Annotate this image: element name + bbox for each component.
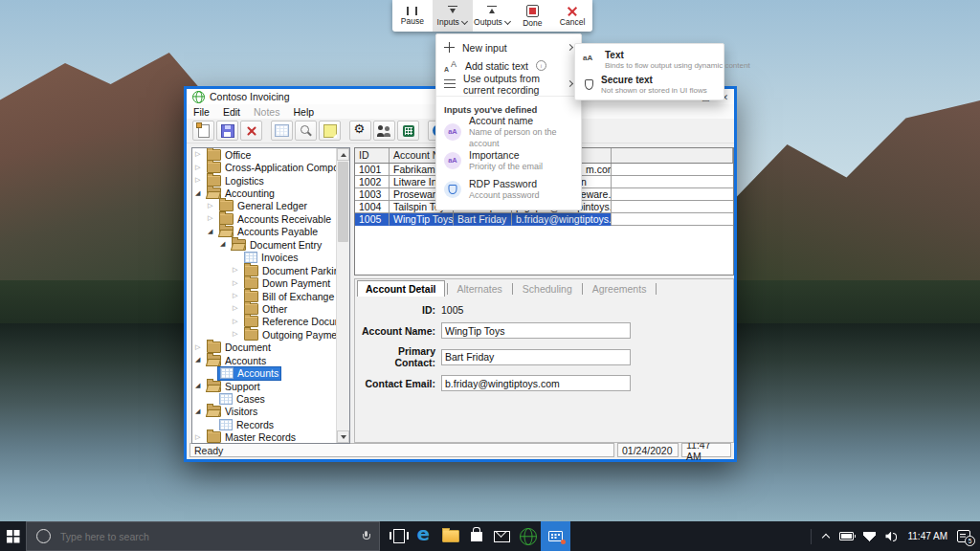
battery-icon[interactable]: [839, 532, 854, 540]
collapse-arrow-icon[interactable]: ▷: [233, 305, 242, 312]
globe-taskbar-button[interactable]: [515, 521, 541, 551]
settings-button[interactable]: [349, 121, 371, 141]
collapse-arrow-icon[interactable]: ▷: [233, 293, 242, 299]
scroll-up-icon[interactable]: [337, 148, 349, 161]
tree-item-other[interactable]: ▷Other: [192, 302, 336, 315]
tree-item-logistics[interactable]: ▷Logistics: [192, 174, 336, 187]
recorder-taskbar-button[interactable]: [541, 521, 570, 551]
tree-item-accounts[interactable]: ◢Accounts: [192, 354, 336, 366]
store-taskbar-button[interactable]: [463, 521, 489, 551]
menu-help[interactable]: Help: [286, 106, 321, 118]
tree-item-master-records[interactable]: ▷Master Records: [192, 431, 336, 443]
collapse-arrow-icon[interactable]: ▷: [208, 203, 217, 209]
tree-item-document-parking[interactable]: ▷Document Parking: [192, 264, 336, 276]
collapse-arrow-icon[interactable]: ▷: [195, 165, 205, 171]
table-button[interactable]: [271, 121, 293, 141]
tree-item-accounts[interactable]: Accounts: [192, 366, 336, 379]
tree-item-accounts-payable[interactable]: ◢Accounts Payable: [192, 226, 336, 238]
defined-input-importance[interactable]: ImportancePriority of the email: [436, 146, 581, 175]
collapse-arrow-icon[interactable]: ▷: [233, 280, 242, 287]
scroll-down-icon[interactable]: [337, 430, 349, 443]
column-header-4[interactable]: [612, 148, 733, 163]
collapse-arrow-icon[interactable]: ▷: [208, 215, 217, 222]
tree-item-reference-documents[interactable]: ▷Reference Documents: [192, 316, 336, 328]
collapse-arrow-icon[interactable]: ▷: [195, 151, 205, 158]
tree-item-cross-application-components[interactable]: ▷Cross-Application Components: [192, 161, 336, 173]
tree-item-records[interactable]: Records: [192, 418, 336, 430]
search-button[interactable]: [295, 121, 317, 141]
expand-arrow-icon[interactable]: ◢: [195, 357, 205, 364]
tree-item-support[interactable]: ◢Support: [192, 380, 336, 392]
tab-scheduling[interactable]: Scheduling: [515, 281, 580, 297]
tree-item-label: Cross-Application Components: [225, 162, 336, 173]
column-header-id[interactable]: ID: [355, 148, 390, 163]
collapse-arrow-icon[interactable]: ▷: [233, 331, 242, 338]
wifi-icon[interactable]: [863, 532, 876, 541]
inputs-button[interactable]: Inputs: [433, 0, 473, 32]
tree-item-content: Invoices: [242, 252, 301, 264]
delete-button[interactable]: [240, 121, 262, 141]
task-view-taskbar-button[interactable]: [386, 521, 412, 551]
defined-input-rdp-password[interactable]: RDP PasswordAccount password: [436, 175, 581, 204]
notes-button[interactable]: [319, 121, 341, 141]
collapse-arrow-icon[interactable]: ▷: [195, 344, 205, 351]
taskbar-search[interactable]: [26, 521, 380, 551]
tab-alternates[interactable]: Alternates: [450, 281, 510, 297]
expand-arrow-icon[interactable]: ◢: [220, 241, 230, 248]
tree-item-visitors[interactable]: ◢Visitors: [192, 406, 336, 418]
menu-edit[interactable]: Edit: [216, 106, 247, 118]
tree-item-document-entry[interactable]: ◢Document Entry: [192, 238, 336, 251]
table-row[interactable]: 1005WingTip ToysBart Fridayb.friday@wing…: [355, 213, 733, 226]
tree-item-cases[interactable]: Cases: [192, 392, 336, 405]
edge-taskbar-button[interactable]: [412, 521, 437, 551]
pause-button[interactable]: Pause: [392, 0, 433, 32]
explorer-taskbar-button[interactable]: [437, 521, 463, 551]
defined-input-account-name[interactable]: Account nameName of person on the accoun…: [436, 118, 581, 146]
tray-clock[interactable]: 11:47 AM: [907, 531, 947, 541]
mail-taskbar-button[interactable]: [489, 521, 515, 551]
tree-item-down-payment[interactable]: ▷Down Payment: [192, 276, 336, 289]
contact-email-input[interactable]: [441, 375, 631, 391]
button-label-text: Outputs: [474, 18, 502, 27]
submenu-item-text[interactable]: TextBinds to flow output using dynamic c…: [575, 47, 724, 72]
volume-icon[interactable]: [885, 532, 898, 541]
collapse-arrow-icon[interactable]: ▷: [233, 267, 242, 274]
search-input[interactable]: [58, 530, 354, 543]
submenu-item-secure-text[interactable]: Secure textNot shown or stored in UI flo…: [575, 72, 724, 97]
tree-item-general-ledger[interactable]: ▷General Ledger: [192, 200, 336, 212]
menu-file[interactable]: File: [187, 106, 216, 118]
tree-item-bill-of-exchange[interactable]: ▷Bill of Exchange: [192, 290, 336, 302]
collapse-arrow-icon[interactable]: ▷: [195, 434, 205, 441]
tab-agreements[interactable]: Agreements: [585, 281, 655, 297]
tab-account-detail[interactable]: Account Detail: [357, 280, 445, 297]
primary-contact-input[interactable]: [441, 349, 631, 365]
collapse-arrow-icon[interactable]: ▷: [195, 177, 205, 184]
outputs-button[interactable]: Outputs: [473, 0, 513, 32]
tree-item-outgoing-payment[interactable]: ▷Outgoing Payment: [192, 328, 336, 341]
expand-arrow-icon[interactable]: ◢: [208, 229, 217, 235]
tree-item-office[interactable]: ▷Office: [192, 148, 336, 161]
expand-arrow-icon[interactable]: ◢: [195, 383, 205, 389]
expand-arrow-icon[interactable]: ◢: [195, 408, 205, 415]
tree-item-accounting[interactable]: ◢Accounting: [192, 187, 336, 199]
expand-arrow-icon[interactable]: ◢: [195, 190, 205, 197]
export-excel-button[interactable]: [397, 121, 419, 141]
tree-item-invoices[interactable]: Invoices: [192, 252, 336, 264]
tree-scrollbar[interactable]: [336, 148, 349, 443]
collapse-arrow-icon[interactable]: ▷: [233, 319, 242, 325]
start-button[interactable]: [0, 521, 26, 551]
tree-item-accounts-receivable[interactable]: ▷Accounts Receivable: [192, 212, 336, 225]
menu-item-use-outputs-from-current-recording[interactable]: Use outputs from current recording: [436, 75, 581, 93]
save-button[interactable]: [216, 121, 238, 141]
scrollbar-thumb[interactable]: [338, 162, 348, 242]
done-button[interactable]: Done: [512, 0, 552, 32]
contacts-button[interactable]: [373, 121, 395, 141]
account-name-input[interactable]: [441, 322, 631, 339]
menu-item-new-input[interactable]: New input: [436, 38, 581, 56]
action-center-button[interactable]: 5: [957, 530, 970, 542]
cancel-button[interactable]: Cancel: [552, 0, 592, 32]
cell: 1004: [355, 201, 390, 213]
tray-chevron-up-icon[interactable]: [821, 533, 830, 540]
tree-item-document[interactable]: ▷Document: [192, 342, 336, 354]
new-doc-button[interactable]: [192, 121, 214, 141]
